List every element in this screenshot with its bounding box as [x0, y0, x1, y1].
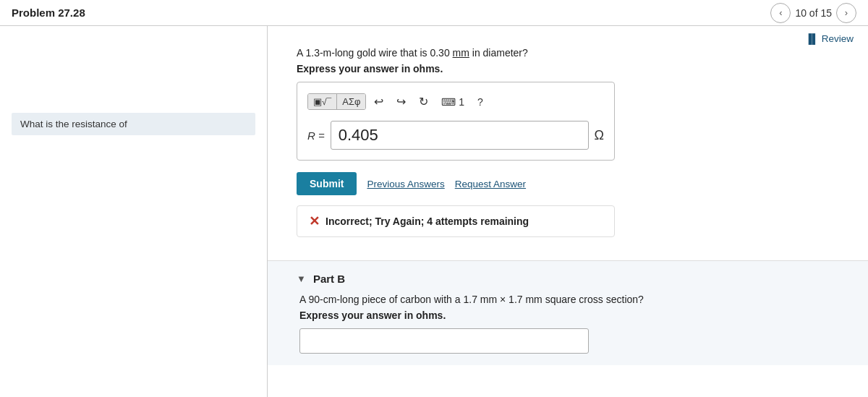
- sqrt-icon: √¯: [322, 97, 331, 107]
- chevron-down-icon[interactable]: ▼: [297, 273, 306, 284]
- answer-input-b[interactable]: [306, 332, 582, 350]
- submit-row-a: Submit Previous Answers Request Answer: [297, 172, 854, 195]
- problem-title: Problem 27.28: [12, 7, 85, 19]
- input-row-a: R = Ω: [307, 121, 604, 150]
- header: Problem 27.28 ‹ 10 of 15 ›: [0, 0, 868, 26]
- x-icon: ✕: [309, 213, 320, 229]
- review-link[interactable]: ▐▌ Review: [805, 33, 854, 44]
- prev-button[interactable]: ‹: [770, 3, 791, 23]
- part-b-content: A 90-cm-long piece of carbon with a 1.7 …: [297, 294, 854, 354]
- refresh-button[interactable]: ↻: [414, 93, 433, 111]
- unit-mm-b2: mm: [525, 294, 542, 305]
- redo-button[interactable]: ↪: [391, 93, 411, 111]
- submit-button[interactable]: Submit: [297, 172, 357, 195]
- toolbar: ▣ √¯ ΑΣφ ↩ ↪ ↻ ⌨ 1 ?: [307, 90, 604, 114]
- main-layout: What is the resistance of ▐▌ Review A 1.…: [0, 26, 868, 397]
- sidebar: What is the resistance of: [0, 26, 268, 397]
- request-answer-button[interactable]: Request Answer: [455, 179, 526, 189]
- answer-input-a[interactable]: [331, 121, 589, 150]
- omega-suffix-a: Ω: [595, 128, 604, 143]
- greek-button[interactable]: ΑΣφ: [337, 94, 365, 109]
- express-answer-label-a: Express your answer in ohms.: [297, 63, 854, 74]
- help-button[interactable]: ?: [472, 94, 488, 110]
- matrix-icon: ▣: [313, 96, 322, 107]
- header-navigation: ‹ 10 of 15 ›: [770, 3, 856, 23]
- review-icon: ▐▌: [805, 33, 818, 44]
- previous-answers-button[interactable]: Previous Answers: [367, 179, 444, 189]
- unit-mm-1: mm: [453, 47, 469, 59]
- part-b-header: ▼ Part B: [297, 273, 854, 285]
- matrix-button[interactable]: ▣ √¯: [308, 94, 337, 109]
- review-label: Review: [822, 33, 854, 44]
- problem-text-a-2: in diameter?: [469, 47, 528, 59]
- content-area: ▐▌ Review A 1.3-m-long gold wire that is…: [268, 26, 868, 397]
- incorrect-text: Incorrect; Try Again; 4 attempts remaini…: [326, 215, 529, 227]
- problem-text-a-1: A 1.3-m-long gold wire that is 0.30: [297, 47, 453, 59]
- unit-mm-b1: mm: [480, 294, 497, 305]
- part-b-section: ▼ Part B A 90-cm-long piece of carbon wi…: [268, 260, 868, 365]
- part-a-section: A 1.3-m-long gold wire that is 0.30 mm i…: [268, 47, 868, 260]
- greek-icon: ΑΣφ: [342, 96, 360, 107]
- part-b-express-label: Express your answer in ohms.: [299, 310, 854, 321]
- part-b-input-row: [299, 328, 589, 354]
- toolbar-group-1: ▣ √¯ ΑΣφ: [307, 93, 366, 110]
- part-b-problem-text: A 90-cm-long piece of carbon with a 1.7 …: [299, 294, 854, 305]
- undo-button[interactable]: ↩: [369, 93, 388, 111]
- input-prefix-a: R =: [307, 129, 325, 142]
- answer-box-a: ▣ √¯ ΑΣφ ↩ ↪ ↻ ⌨ 1 ? R =: [297, 82, 615, 161]
- problem-text-a: A 1.3-m-long gold wire that is 0.30 mm i…: [297, 47, 854, 59]
- incorrect-feedback: ✕ Incorrect; Try Again; 4 attempts remai…: [297, 205, 615, 237]
- question-stem: What is the resistance of: [12, 113, 255, 135]
- part-b-title: Part B: [313, 273, 345, 285]
- next-button[interactable]: ›: [836, 3, 856, 23]
- review-bar: ▐▌ Review: [268, 26, 868, 47]
- keyboard-button[interactable]: ⌨ 1: [436, 94, 469, 110]
- problem-counter: 10 of 15: [795, 7, 832, 19]
